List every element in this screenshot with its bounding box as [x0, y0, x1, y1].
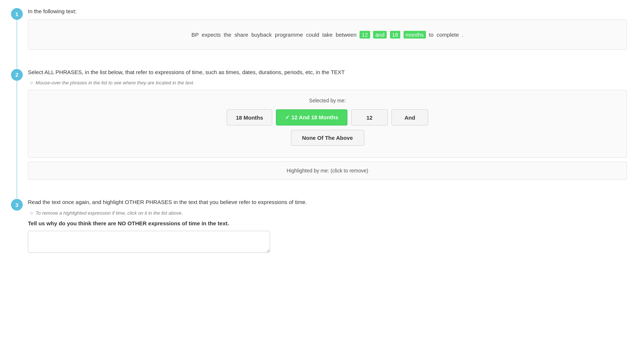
highlight-18: 18: [390, 31, 401, 39]
hint-text: Mouse-over the phrases in the list to se…: [36, 80, 194, 85]
highlighted-by-me-label: Highlighted by me: (click to remove): [287, 168, 368, 174]
word-the: the: [224, 32, 231, 38]
step-3: 3 Read the text once again, and highligh…: [11, 198, 627, 253]
step-1: 1 In the following text: BP expects the …: [11, 7, 627, 57]
word-share: share: [234, 32, 248, 38]
step-2-number: 2: [11, 69, 23, 81]
hint-text-3: To remove a highlighted expression if ti…: [36, 210, 183, 216]
choice-none-of-above[interactable]: None Of The Above: [291, 130, 364, 146]
word-take: take: [322, 32, 332, 38]
checkmark-icon: ✓: [285, 114, 291, 120]
choices-row-1: 18 Months ✓ 12 And 18 Months 12 And: [36, 109, 619, 125]
no-other-textarea[interactable]: [28, 231, 270, 253]
passage-box: BP expects the share buyback programme c…: [28, 19, 627, 50]
step-3-content: Read the text once again, and highlight …: [28, 198, 627, 253]
word-bp: BP: [192, 32, 199, 38]
word-expects: expects: [202, 32, 221, 38]
no-other-title: Tell us why do you think there are NO OT…: [28, 220, 627, 226]
choice-12[interactable]: 12: [351, 109, 388, 125]
step-2: 2 Select ALL PHRASES, in the list below,…: [11, 68, 627, 188]
step-3-number: 3: [11, 199, 23, 211]
selection-panel: Selected by me: 18 Months ✓ 12 And 18 Mo…: [28, 90, 627, 158]
step-2-content: Select ALL PHRASES, in the list below, t…: [28, 68, 627, 188]
word-to: to: [429, 32, 434, 38]
step-1-connector: [17, 20, 17, 68]
highlight-12: 12: [360, 31, 370, 39]
choice-12and18months[interactable]: ✓ 12 And 18 Months: [276, 109, 347, 125]
word-complete: complete: [437, 32, 459, 38]
step-1-title: In the following text:: [28, 7, 627, 16]
step-2-connector: [17, 81, 17, 199]
choice-and[interactable]: And: [391, 109, 428, 125]
selected-by-me-label: Selected by me:: [36, 98, 619, 103]
step-1-number: 1: [11, 8, 23, 20]
step-3-hint: ○ To remove a highlighted expression if …: [30, 210, 627, 216]
word-programme: programme: [275, 32, 303, 38]
step-1-content: In the following text: BP expects the sh…: [28, 7, 627, 57]
word-between: between: [336, 32, 357, 38]
hint-bullet: ○: [30, 80, 34, 85]
step-3-title: Read the text once again, and highlight …: [28, 198, 627, 207]
step-2-hint: ○ Mouse-over the phrases in the list to …: [30, 80, 627, 85]
choices-row-2: None Of The Above: [36, 130, 619, 146]
highlight-and: and: [373, 31, 387, 39]
word-could: could: [306, 32, 319, 38]
highlight-panel: Highlighted by me: (click to remove): [28, 161, 627, 180]
hint-bullet-3: ○: [30, 210, 34, 216]
passage-text: BP expects the share buyback programme c…: [39, 29, 616, 41]
highlight-months: months: [404, 31, 426, 39]
word-buyback: buyback: [251, 32, 272, 38]
choice-18months[interactable]: 18 Months: [227, 109, 272, 125]
step-2-title: Select ALL PHRASES, in the list below, t…: [28, 68, 627, 77]
word-period: .: [462, 32, 463, 38]
step-3-body: Tell us why do you think there are NO OT…: [28, 220, 627, 253]
